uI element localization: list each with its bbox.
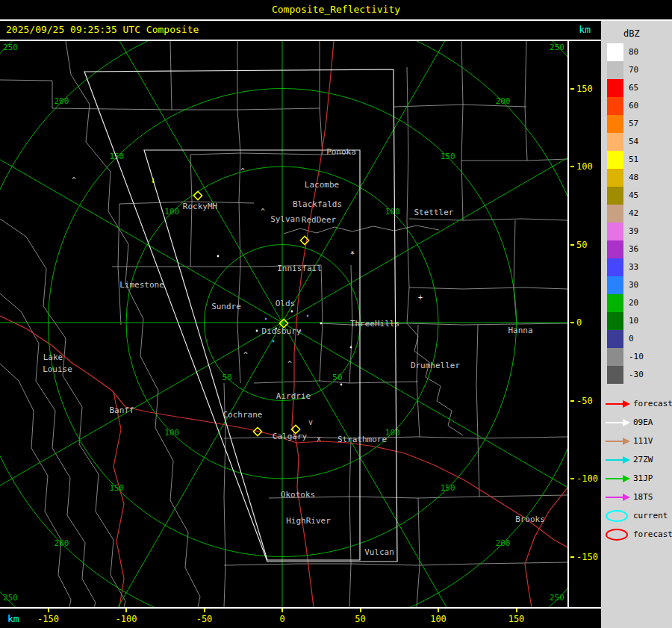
county-boundary bbox=[284, 226, 439, 234]
echo-dot bbox=[320, 323, 323, 325]
x-axis-unit: km bbox=[7, 613, 19, 624]
range-label: 150 bbox=[441, 483, 455, 493]
county-boundary bbox=[66, 41, 200, 607]
dbz-swatch bbox=[607, 187, 623, 205]
range-ring-250km bbox=[0, 41, 567, 607]
city-label-drumheller: Drumheller bbox=[411, 361, 461, 370]
y-tick-150: 150 bbox=[570, 83, 593, 95]
dbz-value: 45 bbox=[629, 187, 638, 205]
dbz-value: 36 bbox=[629, 240, 638, 258]
dbz-value: 60 bbox=[629, 97, 638, 115]
county-boundary bbox=[461, 159, 567, 161]
dbz-color-scale: 807065605754514845423936333020100-10-30 bbox=[601, 43, 672, 384]
x-tick--150: -150 bbox=[32, 614, 65, 624]
city-label-lake: Lake bbox=[43, 352, 63, 362]
dbz-value: 54 bbox=[629, 133, 638, 151]
timestamp: 2025/09/25 09:25:35 UTC Composite bbox=[6, 24, 199, 35]
echo-dot bbox=[273, 341, 275, 343]
map-marker: x bbox=[317, 435, 321, 443]
dbz-swatch bbox=[607, 240, 623, 258]
x-tickmark bbox=[281, 609, 283, 612]
highway-line bbox=[296, 441, 567, 547]
county-boundary bbox=[224, 562, 567, 565]
range-label: 100 bbox=[385, 428, 400, 438]
track-arrow-icon bbox=[605, 474, 630, 483]
range-label: 150 bbox=[441, 152, 455, 161]
dbz-value: 51 bbox=[629, 151, 638, 169]
legend-ellipse-forecast: forecast bbox=[601, 525, 672, 544]
storm-ellipse-label: forecast bbox=[633, 529, 672, 539]
dbz-value: 80 bbox=[629, 43, 638, 61]
city-label-sundre: Sundre bbox=[211, 302, 241, 311]
y-tick--150: -150 bbox=[570, 551, 598, 563]
range-label: 200 bbox=[54, 96, 69, 106]
storm-ellipse-label: current bbox=[633, 511, 668, 520]
city-label-okotoks: Okotoks bbox=[281, 490, 315, 500]
x-tickmark bbox=[125, 609, 127, 612]
legend-track-forecast: forecast bbox=[601, 394, 672, 413]
county-boundary bbox=[409, 287, 567, 289]
county-boundary bbox=[320, 41, 323, 155]
dbz-swatch bbox=[607, 294, 623, 312]
dbz-scale-row--30: -30 bbox=[601, 366, 672, 384]
map-row: 5050100100100100150150150150200200200200… bbox=[0, 41, 601, 607]
city-label-highriver: HighRiver bbox=[286, 516, 331, 526]
county-boundary bbox=[0, 293, 96, 607]
x-tick-100: 100 bbox=[422, 614, 455, 624]
city-label-cochrane: Cochrane bbox=[223, 410, 263, 420]
city-label-brooks: Brooks bbox=[515, 514, 545, 524]
track-label: 111V bbox=[633, 436, 653, 446]
dbz-scale-row-48: 48 bbox=[601, 169, 672, 187]
legend-track-111V: 111V bbox=[601, 432, 672, 450]
dbz-value: -10 bbox=[629, 348, 644, 366]
county-boundary bbox=[0, 219, 125, 607]
map-marker: ^ bbox=[240, 167, 245, 175]
range-label: 100 bbox=[164, 207, 179, 217]
dbz-value: 20 bbox=[629, 294, 638, 312]
legend-track-27ZW: 27ZW bbox=[601, 450, 672, 469]
range-label: 100 bbox=[385, 207, 400, 217]
map-marker: ^ bbox=[243, 351, 248, 359]
radar-map-area[interactable]: 5050100100100100150150150150200200200200… bbox=[0, 41, 569, 607]
track-arrow-icon bbox=[605, 456, 630, 464]
x-tickmark bbox=[438, 609, 439, 612]
track-label: 31JP bbox=[633, 473, 653, 483]
dbz-scale-row-70: 70 bbox=[601, 61, 672, 79]
dbz-scale-row-80: 80 bbox=[601, 43, 672, 61]
county-boundary bbox=[407, 323, 463, 435]
dbz-swatch bbox=[607, 366, 623, 384]
legend-panel: dBZ 807065605754514845423936333020100-10… bbox=[601, 21, 672, 628]
city-label-ponoka: Ponoka bbox=[326, 147, 356, 157]
dbz-scale-title: dBZ bbox=[623, 28, 672, 39]
dbz-swatch bbox=[607, 348, 623, 366]
city-label-didsbury: Didsbury bbox=[262, 326, 302, 336]
y-tick-0: 0 bbox=[570, 317, 582, 329]
county-boundary bbox=[237, 41, 240, 153]
city-label-threehills: ThreeHills bbox=[350, 319, 399, 329]
x-tickmark bbox=[204, 609, 205, 612]
range-label: 50 bbox=[222, 373, 231, 382]
dbz-value: 70 bbox=[629, 61, 638, 79]
legend-track-18TS: 18TS bbox=[601, 488, 672, 506]
legend-track-31JP: 31JP bbox=[601, 469, 672, 488]
city-label-olds: Olds bbox=[276, 299, 296, 308]
county-boundary bbox=[170, 41, 172, 110]
legend-track-09EA: 09EA bbox=[601, 413, 672, 432]
range-label: 150 bbox=[109, 152, 124, 161]
track-label: forecast bbox=[633, 399, 672, 408]
county-boundary bbox=[525, 41, 527, 161]
dbz-scale-row-0: 0 bbox=[601, 330, 672, 348]
range-label: 50 bbox=[332, 373, 342, 382]
dbz-swatch bbox=[607, 169, 623, 187]
city-label-innisfail: Innisfail bbox=[277, 264, 322, 273]
x-tick-0: 0 bbox=[266, 614, 299, 624]
dbz-scale-row--10: -10 bbox=[601, 348, 672, 366]
dbz-value: 10 bbox=[629, 312, 638, 330]
dbz-swatch bbox=[607, 276, 623, 294]
dbz-scale-row-10: 10 bbox=[601, 312, 672, 330]
range-label: 250 bbox=[550, 43, 564, 52]
echo-dot bbox=[265, 318, 267, 320]
track-arrow-icon bbox=[605, 418, 630, 427]
range-label: 200 bbox=[496, 96, 511, 106]
dbz-swatch bbox=[607, 133, 623, 151]
